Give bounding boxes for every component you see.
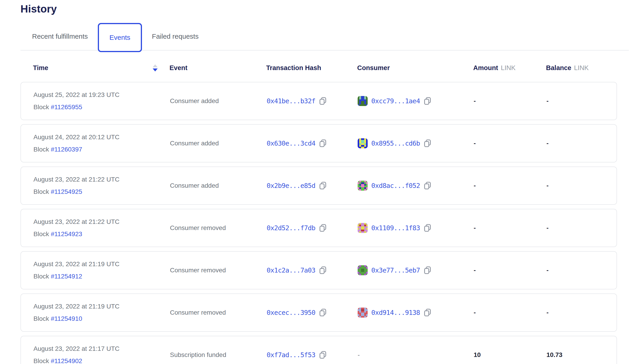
copy-icon [319, 308, 327, 317]
copy-button[interactable] [424, 182, 431, 190]
consumer-address-link[interactable]: 0x8955...cd6b [371, 140, 420, 147]
consumer-identicon [358, 96, 368, 106]
copy-icon [319, 139, 327, 148]
block-number-link[interactable]: #11265955 [51, 104, 82, 110]
consumer-address-link[interactable]: 0xd8ac...f052 [371, 182, 420, 190]
table-row: August 23, 2022 at 21:19 UTCBlock #11254… [20, 294, 617, 332]
copy-button[interactable] [424, 139, 431, 148]
event-type: Consumer added [170, 97, 267, 105]
copy-icon [319, 224, 327, 232]
block-label: Block [34, 230, 51, 238]
copy-button[interactable] [424, 266, 431, 274]
copy-button[interactable] [319, 351, 327, 359]
copy-button[interactable] [424, 224, 431, 232]
consumer-address-link[interactable]: 0xcc79...1ae4 [371, 97, 420, 105]
copy-icon [424, 308, 431, 317]
time-cell: August 23, 2022 at 21:19 UTCBlock #11254… [34, 303, 170, 322]
transaction-hash-link[interactable]: 0xf7ad...5f53 [267, 351, 315, 359]
tab-recent-fulfillments[interactable]: Recent fulfillments [28, 32, 92, 40]
block-label: Block [34, 273, 51, 280]
column-header-transaction-hash: Transaction Hash [266, 64, 357, 72]
transaction-hash-link[interactable]: 0x630e...3cd4 [267, 140, 315, 147]
block-number-link[interactable]: #11254912 [51, 273, 82, 280]
tab-events[interactable]: Events [98, 23, 142, 52]
consumer-cell: 0xcc79...1ae4 [358, 96, 474, 106]
event-timestamp: August 25, 2022 at 19:23 UTC [34, 91, 170, 98]
transaction-hash-cell: 0xf7ad...5f53 [267, 351, 358, 359]
transaction-hash-cell: 0xecec...3950 [267, 308, 358, 317]
block-label: Block [34, 315, 51, 322]
tab-bar: Recent fulfillments Events Failed reques… [20, 23, 629, 50]
table-row: August 25, 2022 at 19:23 UTCBlock #11265… [20, 82, 617, 120]
event-timestamp: August 24, 2022 at 20:12 UTC [34, 134, 170, 141]
consumer-identicon [358, 181, 368, 191]
block-number-link[interactable]: #11254910 [51, 315, 82, 322]
copy-icon [424, 224, 431, 232]
table-header-row: Time Event Transaction Hash Consumer Amo… [33, 59, 617, 77]
balance-value: - [546, 309, 616, 316]
consumer-cell: 0xd8ac...f052 [358, 181, 474, 191]
consumer-address-link[interactable]: 0xd914...9138 [371, 309, 420, 316]
copy-button[interactable] [319, 308, 327, 317]
page-title: History [20, 3, 57, 15]
copy-button[interactable] [319, 182, 327, 190]
copy-icon [319, 266, 327, 274]
time-cell: August 25, 2022 at 19:23 UTCBlock #11265… [34, 91, 170, 111]
table-row: August 24, 2022 at 20:12 UTCBlock #11260… [20, 124, 617, 162]
consumer-empty-value: - [358, 351, 360, 358]
time-cell: August 23, 2022 at 21:19 UTCBlock #11254… [34, 260, 170, 280]
copy-button[interactable] [319, 139, 327, 148]
balance-unit-label: LINK [574, 64, 588, 72]
amount-value: - [474, 140, 546, 147]
consumer-identicon [358, 265, 368, 275]
transaction-hash-link[interactable]: 0xecec...3950 [267, 309, 315, 316]
block-number-link[interactable]: #11254925 [51, 188, 82, 195]
time-cell: August 23, 2022 at 21:22 UTCBlock #11254… [34, 218, 170, 238]
event-type: Subscription funded [170, 351, 267, 358]
copy-button[interactable] [319, 224, 327, 232]
amount-unit-label: LINK [501, 64, 516, 72]
transaction-hash-link[interactable]: 0x2b9e...e85d [267, 182, 315, 190]
copy-button[interactable] [319, 266, 327, 274]
event-timestamp: August 23, 2022 at 21:22 UTC [34, 218, 170, 226]
consumer-cell: 0xd914...9138 [358, 308, 474, 318]
history-page: History Recent fulfillments Events Faile… [0, 0, 632, 364]
balance-value: - [546, 97, 616, 105]
balance-value: 10.73 [546, 351, 616, 358]
transaction-hash-cell: 0x630e...3cd4 [267, 139, 358, 148]
copy-button[interactable] [424, 97, 431, 105]
block-line: Block #11254912 [34, 273, 170, 280]
transaction-hash-link[interactable]: 0x41be...b32f [267, 97, 315, 105]
block-label: Block [34, 188, 51, 195]
time-cell: August 23, 2022 at 21:22 UTCBlock #11254… [34, 176, 170, 196]
table-row: August 23, 2022 at 21:17 UTCBlock #11254… [20, 336, 617, 364]
column-header-consumer: Consumer [357, 64, 473, 72]
table-row: August 23, 2022 at 21:19 UTCBlock #11254… [20, 251, 617, 290]
block-number-link[interactable]: #11254902 [51, 358, 82, 364]
block-line: Block #11254925 [34, 188, 170, 196]
block-line: Block #11260397 [34, 146, 170, 153]
copy-icon [319, 97, 327, 105]
time-cell: August 24, 2022 at 20:12 UTCBlock #11260… [34, 134, 170, 153]
transaction-hash-cell: 0x41be...b32f [267, 97, 358, 105]
copy-icon [424, 182, 431, 190]
consumer-cell: 0x1109...1f83 [358, 223, 474, 233]
block-label: Block [34, 358, 51, 364]
block-number-link[interactable]: #11254923 [51, 230, 82, 238]
event-type: Consumer added [170, 140, 267, 147]
column-header-event: Event [170, 64, 266, 72]
block-number-link[interactable]: #11260397 [51, 146, 82, 153]
copy-button[interactable] [319, 97, 327, 105]
event-timestamp: August 23, 2022 at 21:22 UTC [34, 176, 170, 183]
event-type: Consumer removed [170, 224, 267, 232]
consumer-address-link[interactable]: 0x1109...1f83 [371, 224, 420, 232]
event-type: Consumer removed [170, 309, 267, 316]
transaction-hash-link[interactable]: 0x2d52...f7db [267, 224, 315, 232]
consumer-identicon [358, 223, 368, 233]
consumer-address-link[interactable]: 0x3e77...5eb7 [371, 266, 420, 274]
transaction-hash-link[interactable]: 0x1c2a...7a03 [267, 266, 315, 274]
sort-control[interactable] [153, 64, 158, 72]
copy-button[interactable] [424, 308, 431, 317]
tab-failed-requests[interactable]: Failed requests [148, 32, 203, 40]
consumer-identicon [358, 138, 368, 148]
